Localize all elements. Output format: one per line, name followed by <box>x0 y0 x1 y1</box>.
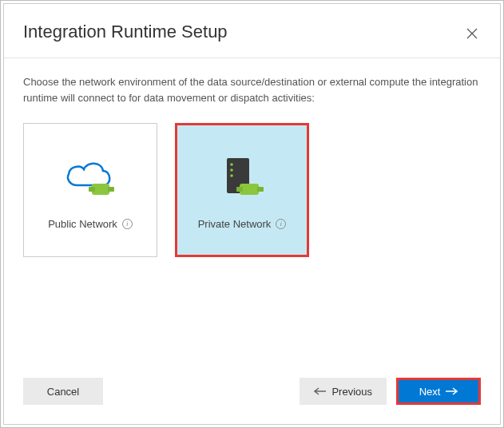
cloud-icon <box>58 151 122 207</box>
private-network-card[interactable]: Private Network i <box>175 123 309 257</box>
dialog-header: Integration Runtime Setup <box>4 4 500 58</box>
svg-point-6 <box>230 174 233 177</box>
dialog-footer: Cancel Previous Next <box>4 378 500 424</box>
next-button[interactable]: Next <box>396 378 481 405</box>
public-label-row: Public Network i <box>48 218 133 230</box>
next-label: Next <box>419 386 441 398</box>
close-icon[interactable] <box>463 25 481 45</box>
svg-point-4 <box>230 163 233 166</box>
arrow-left-icon <box>314 385 327 398</box>
dialog-inner: Integration Runtime Setup Choose the net… <box>3 3 501 425</box>
svg-rect-8 <box>236 187 243 192</box>
public-network-label: Public Network <box>48 218 117 230</box>
info-icon[interactable]: i <box>122 219 133 229</box>
description-text: Choose the network environment of the da… <box>23 74 481 105</box>
dialog-content: Choose the network environment of the da… <box>4 58 500 378</box>
private-network-label: Private Network <box>198 218 272 230</box>
previous-label: Previous <box>331 386 372 398</box>
arrow-right-icon <box>445 385 458 398</box>
svg-rect-9 <box>257 187 264 192</box>
server-icon <box>214 151 270 207</box>
dialog-title: Integration Runtime Setup <box>23 22 228 42</box>
info-icon[interactable]: i <box>276 219 286 229</box>
cancel-label: Cancel <box>47 386 79 398</box>
network-options: Public Network i <box>23 123 481 257</box>
dialog-frame: Integration Runtime Setup Choose the net… <box>0 0 504 428</box>
svg-point-5 <box>230 168 233 172</box>
public-network-card[interactable]: Public Network i <box>23 123 157 257</box>
cancel-button[interactable]: Cancel <box>23 378 103 405</box>
svg-rect-2 <box>108 187 114 192</box>
private-label-row: Private Network i <box>198 218 287 230</box>
svg-rect-1 <box>89 187 95 192</box>
previous-button[interactable]: Previous <box>300 378 387 405</box>
